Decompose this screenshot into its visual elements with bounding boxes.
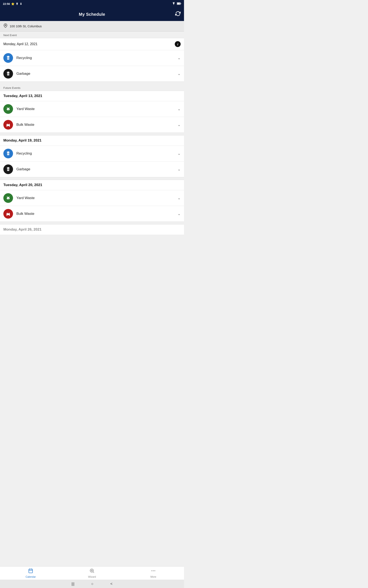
header-title: My Schedule <box>79 12 105 17</box>
recycling-chevron-2: ⌄ <box>177 151 181 156</box>
svg-rect-25 <box>9 153 9 154</box>
garbage-label-2: Garbage <box>16 167 30 171</box>
recycling-left-2: Recycling <box>3 149 32 158</box>
future-events-label: Future Events <box>0 84 184 91</box>
garbage-item-2[interactable]: Garbage ⌄ <box>0 162 184 177</box>
svg-rect-26 <box>7 168 9 171</box>
recycling-item-next[interactable]: Recycling ⌄ <box>0 50 184 66</box>
svg-rect-2 <box>177 3 180 4</box>
svg-rect-30 <box>9 168 9 170</box>
garbage-item-next[interactable]: Garbage ⌄ <box>0 66 184 81</box>
future-event-1-date: Tuesday, April 13, 2021 <box>3 94 42 98</box>
yard-waste-label-3: Yard Waste <box>16 196 35 200</box>
refresh-button[interactable] <box>175 11 181 18</box>
mic-icon: 🎙 <box>16 2 18 5</box>
star-icon: ⭐ <box>11 2 15 5</box>
svg-rect-6 <box>8 56 9 56</box>
svg-rect-28 <box>8 167 9 168</box>
svg-rect-21 <box>7 152 9 155</box>
garbage-item-left: Garbage <box>3 69 30 79</box>
scroll-content: Next Event Monday, April 12, 2021 i <box>0 31 184 260</box>
yard-waste-item-1[interactable]: Yard Waste ⌄ <box>0 101 184 117</box>
next-event-date: Monday, April 12, 2021 <box>3 42 37 46</box>
svg-rect-11 <box>8 72 9 72</box>
svg-rect-18 <box>9 124 9 124</box>
future-event-card-1: Tuesday, April 13, 2021 Yard Waste ⌄ <box>0 91 184 133</box>
svg-rect-37 <box>9 215 10 216</box>
future-event-2-date: Monday, April 19, 2021 <box>3 138 41 143</box>
garbage-chevron-next: ⌄ <box>177 71 181 76</box>
bulk-waste-chevron-3: ⌄ <box>177 211 181 216</box>
svg-rect-1 <box>181 3 181 4</box>
svg-rect-19 <box>7 126 7 127</box>
future-event-3-date-row: Tuesday, April 20, 2021 <box>0 180 184 190</box>
svg-rect-32 <box>8 199 9 200</box>
svg-rect-7 <box>8 57 8 59</box>
address-bar[interactable]: 100 10th St, Columbus <box>0 21 184 31</box>
time-display: 22:56 <box>3 2 10 5</box>
bulk-waste-icon-1 <box>3 120 13 130</box>
yard-waste-item-3[interactable]: Yard Waste ⌄ <box>0 190 184 206</box>
status-right <box>172 2 181 6</box>
next-event-date-row: Monday, April 12, 2021 i <box>0 38 184 50</box>
yard-waste-left-1: Yard Waste <box>3 104 35 114</box>
garbage-chevron-2: ⌄ <box>177 167 181 172</box>
app-header: My Schedule <box>0 8 184 21</box>
yard-waste-icon-3 <box>3 193 13 203</box>
yard-waste-chevron-1: ⌄ <box>177 107 181 111</box>
svg-rect-36 <box>7 215 7 216</box>
svg-rect-13 <box>9 73 9 75</box>
future-event-3-date: Tuesday, April 20, 2021 <box>3 183 42 187</box>
bulk-waste-icon-3 <box>3 209 13 219</box>
svg-rect-4 <box>7 57 9 60</box>
bulk-waste-item-3[interactable]: Bulk Waste ⌄ <box>0 206 184 222</box>
yard-waste-chevron-3: ⌄ <box>177 196 181 200</box>
svg-rect-24 <box>8 153 8 154</box>
yard-waste-icon-1 <box>3 104 13 114</box>
bulk-waste-left-1: Bulk Waste <box>3 120 34 130</box>
future-event-2-date-row: Monday, April 19, 2021 <box>0 136 184 146</box>
wifi-icon <box>172 2 175 6</box>
recycling-chevron-next: ⌄ <box>177 56 181 60</box>
bulk-waste-label-3: Bulk Waste <box>16 212 34 216</box>
download-icon: ⬇ <box>20 2 22 5</box>
recycling-icon-next <box>3 53 13 63</box>
future-event-card-3: Tuesday, April 20, 2021 Yard Waste ⌄ <box>0 180 184 222</box>
svg-rect-34 <box>7 213 8 213</box>
status-bar: 22:56 ⭐ 🎙 ⬇ <box>0 0 184 8</box>
svg-rect-35 <box>9 213 9 213</box>
garbage-icon-next <box>3 69 13 79</box>
svg-rect-5 <box>7 56 10 57</box>
svg-rect-33 <box>7 213 10 215</box>
partial-card-date: Monday, April 26, 2021 <box>3 227 41 231</box>
svg-point-3 <box>5 25 6 26</box>
recycling-item-left: Recycling <box>3 53 32 63</box>
next-event-label: Next Event <box>0 31 184 38</box>
garbage-label-next: Garbage <box>16 72 30 76</box>
garbage-icon-2 <box>3 164 13 174</box>
bulk-waste-label-1: Bulk Waste <box>16 123 34 127</box>
svg-rect-12 <box>8 73 8 75</box>
svg-rect-29 <box>8 168 8 170</box>
bulk-waste-left-3: Bulk Waste <box>3 209 34 219</box>
svg-rect-27 <box>7 168 10 168</box>
svg-rect-20 <box>9 126 10 127</box>
yard-waste-label-1: Yard Waste <box>16 107 35 111</box>
recycling-label-next: Recycling <box>16 56 32 60</box>
garbage-left-2: Garbage <box>3 164 30 174</box>
recycling-icon-2 <box>3 149 13 158</box>
status-left: 22:56 ⭐ 🎙 ⬇ <box>3 2 22 5</box>
svg-rect-8 <box>9 57 9 59</box>
future-event-card-2: Monday, April 19, 2021 Recycling ⌄ <box>0 135 184 177</box>
svg-rect-22 <box>7 152 10 152</box>
address-text: 100 10th St, Columbus <box>10 24 42 28</box>
future-event-1-date-row: Tuesday, April 13, 2021 <box>0 91 184 101</box>
svg-rect-9 <box>7 72 9 75</box>
recycling-label-2: Recycling <box>16 151 32 156</box>
svg-rect-16 <box>7 124 10 126</box>
next-event-card: Monday, April 12, 2021 i Recycling <box>0 38 184 82</box>
info-button[interactable]: i <box>175 41 181 47</box>
yard-waste-left-3: Yard Waste <box>3 193 35 203</box>
recycling-item-2[interactable]: Recycling ⌄ <box>0 146 184 162</box>
bulk-waste-item-1[interactable]: Bulk Waste ⌄ <box>0 117 184 133</box>
